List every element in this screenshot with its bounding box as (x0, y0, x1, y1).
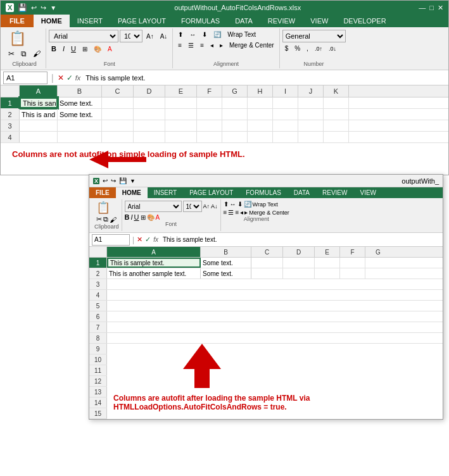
col-header-E[interactable]: E (165, 85, 197, 97)
inner-tab-file[interactable]: FILE (89, 187, 116, 198)
cell-d2[interactable] (134, 109, 165, 120)
number-format-selector[interactable]: General (282, 30, 346, 42)
cut-button[interactable]: ✂ (6, 48, 17, 60)
comma-btn[interactable]: , (304, 44, 311, 53)
cell-i4[interactable] (273, 132, 298, 142)
cell-b4[interactable] (58, 132, 102, 142)
row-num-1[interactable]: 1 (1, 97, 20, 108)
minimize-btn[interactable]: — (419, 4, 426, 12)
col-header-J[interactable]: J (298, 85, 324, 97)
inner-underline-btn[interactable]: U (134, 213, 139, 221)
cell-j3[interactable] (298, 120, 324, 131)
italic-button[interactable]: I (60, 44, 67, 54)
formula-input[interactable] (83, 73, 446, 82)
inner-cut-btn[interactable]: ✂ (96, 215, 102, 223)
cell-g3[interactable] (222, 120, 248, 131)
font-size-selector[interactable]: 10 (120, 30, 142, 42)
inner-row-num-1[interactable]: 1 (89, 258, 107, 268)
row-num-3[interactable]: 3 (1, 120, 20, 131)
align-right-btn[interactable]: ≡ (198, 41, 206, 50)
cell-g2[interactable] (222, 109, 248, 120)
quick-access-save[interactable]: 💾 (18, 3, 27, 12)
row-num-4[interactable]: 4 (1, 132, 20, 142)
inner-confirm-icon[interactable]: ✓ (145, 235, 151, 244)
inner-col-A[interactable]: A (107, 247, 201, 257)
inner-italic-btn[interactable]: I (130, 213, 132, 221)
row-num-2[interactable]: 2 (1, 109, 20, 120)
cell-k4[interactable] (324, 132, 349, 142)
cell-k3[interactable] (324, 120, 349, 131)
inner-align-bot-btn[interactable]: ⬇ (237, 201, 243, 208)
quick-access-undo[interactable]: ↩ (31, 4, 37, 12)
inner-merge-btn[interactable]: Merge & Center (249, 210, 289, 216)
inner-left-btn[interactable]: ≡ (224, 209, 227, 216)
tab-view[interactable]: VIEW (303, 15, 336, 27)
inner-col-D[interactable]: D (283, 247, 315, 257)
col-header-H[interactable]: H (248, 85, 273, 97)
orient-text-btn[interactable]: 🔄 (211, 30, 224, 39)
inner-format-painter-btn[interactable]: 🖌 (110, 215, 117, 223)
wrap-text-button[interactable]: Wrap Text (225, 30, 258, 39)
cell-j4[interactable] (298, 132, 324, 142)
cell-i2[interactable] (273, 109, 298, 120)
cell-i3[interactable] (273, 120, 298, 131)
inner-cell-f2[interactable] (340, 268, 365, 279)
currency-btn[interactable]: $ (282, 44, 291, 53)
cell-k1[interactable] (324, 97, 349, 108)
quick-access-more[interactable]: ▼ (50, 4, 56, 11)
cell-g1[interactable] (222, 97, 248, 108)
inner-tab-data[interactable]: DATA (288, 187, 316, 198)
cell-c2[interactable] (102, 109, 134, 120)
inner-border-btn[interactable]: ⊞ (141, 214, 146, 221)
cell-c4[interactable] (102, 132, 134, 142)
percent-btn[interactable]: % (292, 44, 303, 53)
cell-g4[interactable] (222, 132, 248, 142)
cell-ref-input[interactable] (3, 72, 47, 84)
tab-page-layout[interactable]: PAGE LAYOUT (110, 15, 174, 27)
inner-fill-btn[interactable]: 🎨 (147, 214, 155, 221)
inner-font-color-btn[interactable]: A (156, 214, 160, 221)
inner-col-F[interactable]: F (340, 247, 365, 257)
inner-col-G[interactable]: G (365, 247, 391, 257)
inner-bold-btn[interactable]: B (125, 213, 130, 221)
inner-col-C[interactable]: C (251, 247, 283, 257)
decimal-increase-btn[interactable]: .0↑ (312, 44, 325, 53)
inner-center-btn[interactable]: ☰ (228, 209, 234, 216)
inner-cell-b2[interactable]: Some text. (201, 268, 251, 279)
bold-button[interactable]: B (49, 44, 59, 54)
col-header-C[interactable]: C (102, 85, 134, 97)
cell-b3[interactable] (58, 120, 102, 131)
close-btn[interactable]: ✕ (438, 4, 443, 12)
inner-cell-a1[interactable]: This is sample text. (107, 258, 201, 268)
inner-cell-d2[interactable] (283, 268, 315, 279)
decimal-decrease-btn[interactable]: .0↓ (326, 44, 339, 53)
col-header-D[interactable]: D (134, 85, 165, 97)
inner-tab-insert[interactable]: INSERT (148, 187, 184, 198)
inner-orient-btn[interactable]: 🔄 (244, 201, 251, 208)
tab-file[interactable]: FILE (1, 15, 34, 27)
copy-button[interactable]: ⧉ (18, 48, 29, 60)
fill-color-button[interactable]: 🎨 (91, 44, 104, 54)
col-header-B[interactable]: B (58, 85, 102, 97)
tab-data[interactable]: DATA (227, 15, 260, 27)
maximize-btn[interactable]: □ (429, 4, 434, 12)
merge-center-button[interactable]: Merge & Center (227, 41, 277, 50)
inner-cell-ref[interactable] (92, 234, 130, 246)
cell-a3[interactable] (20, 120, 58, 131)
align-middle-btn[interactable]: ↔ (187, 30, 198, 39)
inner-cell-c2[interactable] (251, 268, 283, 279)
underline-button[interactable]: U (68, 44, 79, 54)
inner-cell-a2[interactable]: This is another sample text. (107, 268, 201, 279)
confirm-icon[interactable]: ✓ (66, 73, 73, 82)
cell-f4[interactable] (197, 132, 222, 142)
col-header-G[interactable]: G (222, 85, 248, 97)
inner-font-inc-btn[interactable]: A↑ (203, 203, 210, 210)
font-family-selector[interactable]: Arial (49, 30, 118, 42)
align-bottom-btn[interactable]: ⬇ (199, 30, 210, 39)
inner-undo-btn[interactable]: ↩ (103, 177, 108, 184)
inner-cell-c1[interactable] (251, 258, 283, 268)
align-center-btn[interactable]: ☰ (186, 41, 196, 50)
tab-home[interactable]: HOME (34, 15, 70, 27)
col-header-A[interactable]: A (20, 85, 58, 97)
inner-right-btn[interactable]: ≡ (235, 209, 239, 216)
